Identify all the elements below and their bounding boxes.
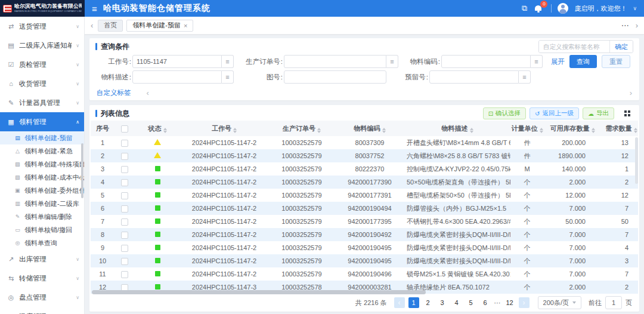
sidebar-item-receiving[interactable]: ⌂收货管理∨	[0, 74, 84, 93]
page-button-12[interactable]: 12	[504, 297, 515, 308]
table-row[interactable]: 72024HPC1105-1147-2100032525799420001773…	[91, 215, 638, 228]
row-checkbox[interactable]	[121, 192, 128, 199]
page-button-5[interactable]: 5	[466, 297, 476, 308]
reserve-no-input[interactable]	[429, 70, 519, 84]
tabs-scroll-right-icon[interactable]: ›	[636, 21, 638, 30]
row-checkbox[interactable]	[121, 245, 128, 252]
prev-page-button[interactable]: ‹	[394, 297, 405, 308]
avatar[interactable]	[558, 3, 568, 14]
search-button[interactable]: 查询	[569, 55, 597, 68]
back-previous-button[interactable]: ↺返回上一级	[530, 107, 579, 119]
sort-icon[interactable]	[382, 128, 386, 133]
tab-home[interactable]: 首页	[98, 20, 123, 32]
user-menu-chevron-icon[interactable]: ∨	[633, 5, 637, 11]
sidebar-item-delivery[interactable]: ⇄送货管理∨	[0, 17, 84, 36]
page-button-2[interactable]: 2	[423, 297, 434, 308]
select-all-header[interactable]	[114, 121, 135, 136]
row-checkbox[interactable]	[121, 179, 128, 186]
tab-close-icon[interactable]: ×	[184, 22, 187, 29]
table-row[interactable]: 112024HPC1105-1147-210003252579942000190…	[91, 267, 638, 281]
sort-icon[interactable]	[540, 128, 543, 133]
page-size-select[interactable]: 200条/页	[538, 296, 581, 309]
sidebar-subitem-doc-special[interactable]: ▨领料单创建-特殊项目	[0, 158, 84, 171]
column-header-work_no[interactable]: 工作号	[180, 121, 268, 136]
select-all-checkbox[interactable]	[121, 125, 128, 133]
sidebar-subitem-doc-writeoff[interactable]: ▭领料单核销/撤回	[0, 223, 84, 236]
sort-icon[interactable]	[470, 128, 473, 133]
column-header-material_code[interactable]: 物料编码	[335, 121, 404, 136]
row-checkbox[interactable]	[121, 218, 128, 226]
tags-scroll-right-icon[interactable]: ›	[630, 88, 632, 97]
column-header-required_qty[interactable]: 需求数量	[601, 121, 638, 136]
sidebar-subitem-doc-urgent[interactable]: △领料单创建-紧急	[0, 144, 84, 158]
page-ellipsis[interactable]: ⋯	[494, 299, 501, 307]
table-vertical-scrollbar[interactable]	[635, 137, 638, 184]
table-horizontal-scrollbar[interactable]	[92, 290, 426, 294]
table-row[interactable]: 22024HPC1105-1147-21000325257980037752六角…	[91, 149, 638, 162]
sort-icon[interactable]	[317, 128, 321, 133]
row-checkbox[interactable]	[121, 205, 128, 213]
table-row[interactable]: 82024HPC1105-1147-2100032525799420001904…	[91, 228, 638, 241]
tabs-scroll-left-icon[interactable]: ‹	[91, 21, 93, 30]
column-header-unit[interactable]: 计量单位	[510, 121, 544, 136]
sidebar-item-measuring-tools[interactable]: ✎计量器具管理∨	[0, 93, 84, 112]
sidebar-item-stocktake[interactable]: ◎盘点管理∨	[0, 288, 84, 307]
fullscreen-icon[interactable]: ⧉	[522, 4, 527, 13]
production-order-input[interactable]	[284, 55, 386, 68]
table-row[interactable]: 32024HPC1105-1147-21000325257980222370控制…	[91, 162, 638, 176]
production-order-picker-icon[interactable]: ≡	[386, 55, 398, 68]
sort-icon[interactable]	[592, 128, 595, 133]
table-row[interactable]: 12024HPC1105-1147-21000325257980037309开槽…	[91, 136, 638, 149]
work-no-input[interactable]	[132, 55, 222, 68]
row-checkbox[interactable]	[121, 271, 128, 278]
row-checkbox[interactable]	[121, 153, 128, 160]
table-row[interactable]: 52024HPC1105-1147-2100032525799420001773…	[91, 189, 638, 202]
sidebar-subitem-doc-secondary[interactable]: ▥领料单创建-二级库	[0, 197, 84, 210]
custom-tag-search-input[interactable]	[539, 41, 609, 53]
page-button-4[interactable]: 4	[451, 297, 462, 308]
sort-icon[interactable]	[163, 128, 167, 133]
page-button-3[interactable]: 3	[437, 297, 448, 308]
sidebar-subitem-doc-reserve[interactable]: ▤领料单创建-预留	[0, 131, 84, 144]
tab-current-page[interactable]: 领料单创建-预留×	[126, 20, 193, 32]
table-row[interactable]: 102024HPC1105-1147-210003252579942000190…	[91, 254, 638, 267]
reset-button[interactable]: 重置	[602, 55, 630, 68]
column-header-material_desc[interactable]: 物料描述	[404, 121, 510, 136]
sidebar-item-transfer[interactable]: ⇆转储管理∨	[0, 269, 84, 288]
row-checkbox[interactable]	[121, 166, 128, 173]
sidebar-subitem-doc-search[interactable]: ◎领料单查询	[0, 236, 84, 250]
next-page-button[interactable]: ›	[519, 297, 530, 308]
tags-scroll-left-icon[interactable]: ‹	[147, 88, 149, 97]
page-button-1[interactable]: 1	[408, 297, 419, 308]
collapse-sidebar-icon[interactable]: ≡	[92, 4, 97, 14]
sidebar-subitem-doc-outsourced[interactable]: ▣领料单创建-委外组件	[0, 184, 84, 197]
row-checkbox[interactable]	[121, 140, 128, 147]
sidebar-scrollbar[interactable]	[81, 143, 83, 198]
material-code-picker-icon[interactable]: ≡	[531, 55, 543, 68]
row-checkbox[interactable]	[121, 258, 128, 265]
expand-link[interactable]: 展开	[551, 57, 565, 66]
confirm-select-button[interactable]: ⊡确认选择	[483, 107, 526, 119]
page-button-6[interactable]: 6	[480, 297, 491, 308]
export-button[interactable]: ☁导出	[583, 107, 614, 119]
tag-confirm-button[interactable]: 确定	[609, 41, 633, 53]
row-checkbox[interactable]	[121, 232, 128, 239]
table-row[interactable]: 62024HPC1105-1147-2100032525799420001904…	[91, 202, 638, 215]
reserve-no-picker-icon[interactable]: ≡	[519, 70, 531, 84]
material-desc-picker-icon[interactable]: ≡	[222, 70, 234, 84]
sidebar-item-outbound[interactable]: ↗出库管理∨	[0, 250, 84, 269]
custom-tag-link[interactable]: 自定义标签	[97, 88, 131, 97]
column-header-available_qty[interactable]: 可用库存数量	[544, 121, 601, 136]
table-row[interactable]: 42024HPC1105-1147-2100032525799420001773…	[91, 176, 638, 189]
goto-page-input[interactable]	[605, 296, 622, 309]
work-no-picker-icon[interactable]: ≡	[222, 55, 234, 68]
material-code-input[interactable]	[441, 55, 531, 68]
sidebar-item-material-requisition[interactable]: ▦领料管理∧	[0, 112, 84, 131]
sidebar-item-return[interactable]: ↩退库管理∨	[0, 307, 84, 314]
notification-button[interactable]: 0	[533, 3, 545, 14]
column-settings-button[interactable]	[621, 107, 633, 119]
sidebar-item-inbound-notice[interactable]: ▤二级库入库通知单∨	[0, 36, 84, 55]
drawing-no-input[interactable]	[284, 70, 386, 84]
column-header-status[interactable]: 状态	[135, 121, 180, 136]
tabs-more-icon[interactable]: ⋯	[621, 21, 630, 30]
